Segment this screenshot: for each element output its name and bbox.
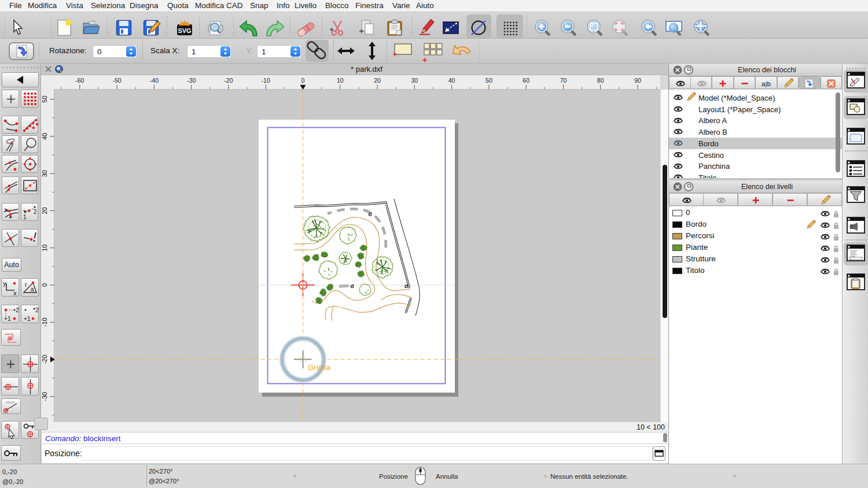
svg-text:-50: -50: [113, 77, 122, 84]
svg-text:0: 0: [41, 283, 48, 287]
svg-text:80: 80: [597, 77, 604, 84]
svg-text:-30: -30: [41, 392, 48, 401]
svg-text:10: 10: [41, 245, 48, 252]
svg-text:40: 40: [448, 77, 455, 84]
svg-text:20: 20: [41, 207, 48, 214]
svg-text:-40: -40: [150, 77, 159, 84]
svg-text:90: 90: [634, 77, 641, 84]
svg-text:a|b: a|b: [762, 80, 771, 87]
svg-text:r: r: [25, 282, 27, 288]
svg-text:-30: -30: [187, 77, 196, 84]
svg-text:1: 1: [23, 214, 27, 220]
svg-text:SVG: SVG: [178, 27, 191, 34]
svg-text:50: 50: [41, 95, 48, 102]
svg-text:20: 20: [374, 77, 381, 84]
svg-text:10: 10: [337, 77, 344, 84]
svg-text:30: 30: [41, 170, 48, 177]
svg-text:50: 50: [486, 77, 492, 84]
svg-text:2: 2: [34, 209, 37, 215]
svg-text:30: 30: [411, 77, 418, 84]
svg-text:x: x: [13, 290, 17, 297]
svg-text:70: 70: [560, 77, 567, 84]
svg-text:2: 2: [16, 307, 19, 313]
svg-text:40: 40: [41, 133, 48, 140]
svg-text:y: y: [3, 280, 6, 287]
svg-text:-20: -20: [41, 355, 48, 364]
svg-text:-10: -10: [41, 317, 48, 327]
svg-text:60: 60: [523, 77, 529, 84]
svg-text:a: a: [31, 286, 34, 293]
svg-text:1: 1: [8, 316, 11, 322]
svg-text:1: 1: [27, 316, 31, 322]
svg-text:0: 0: [301, 77, 305, 84]
svg-text:Griglia: Griglia: [308, 363, 331, 372]
svg-text:2: 2: [35, 307, 39, 313]
svg-text:-10: -10: [262, 77, 270, 84]
svg-text:c: c: [850, 257, 851, 260]
svg-text:-60: -60: [75, 77, 84, 84]
svg-text:-20: -20: [224, 77, 233, 84]
